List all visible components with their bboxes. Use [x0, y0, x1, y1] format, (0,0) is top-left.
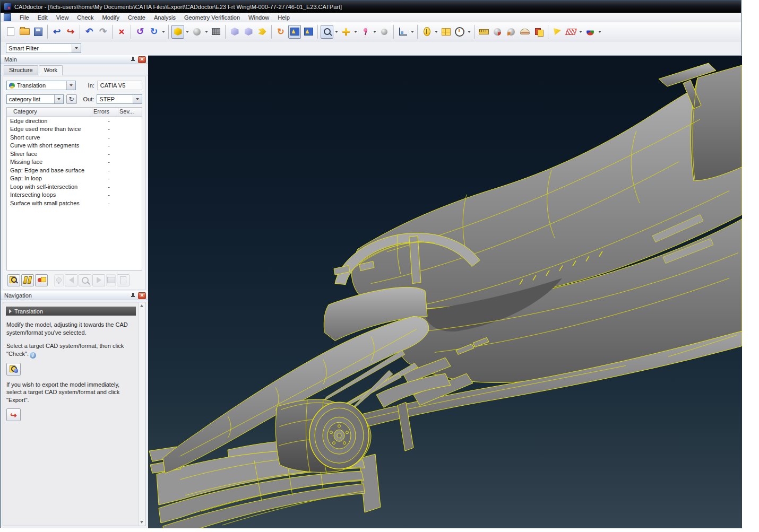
undo-button[interactable]: ↶: [83, 25, 96, 39]
solid-cube-alt-button[interactable]: [242, 25, 255, 39]
move-compass-button[interactable]: [340, 25, 352, 39]
main-panel-header[interactable]: Main ✕: [1, 55, 148, 64]
mesh-view-button[interactable]: [210, 25, 222, 39]
timer-button[interactable]: [453, 25, 466, 39]
menu-file[interactable]: File: [15, 13, 33, 22]
out-format-combo[interactable]: STEP: [97, 94, 142, 104]
navigation-panel-close-button[interactable]: ✕: [138, 292, 146, 299]
sphere-section-red-button[interactable]: [491, 25, 504, 39]
dropdown-arrow-icon[interactable]: [468, 31, 471, 33]
save-button[interactable]: [32, 25, 45, 39]
dropdown-arrow-icon[interactable]: [186, 31, 189, 33]
entity-info-button[interactable]: [420, 25, 433, 39]
select-entity-alt-button[interactable]: [302, 25, 315, 39]
previous-error-button[interactable]: [65, 274, 77, 286]
import-button[interactable]: ↩: [50, 25, 63, 39]
dome-tool-button[interactable]: [519, 25, 531, 39]
wireframe-sphere-button[interactable]: [191, 25, 203, 39]
shaded-view-button[interactable]: [171, 25, 184, 39]
sphere-tool-button[interactable]: [378, 25, 391, 39]
rotate-ccw-button[interactable]: ↺: [134, 25, 146, 39]
dropdown-arrow-icon[interactable]: [579, 31, 582, 33]
mode-combo[interactable]: Translation: [6, 81, 76, 90]
table-row[interactable]: Sliver face-: [7, 150, 142, 158]
table-row[interactable]: Intersecting loops-: [7, 191, 142, 199]
refresh-button[interactable]: ↻: [66, 94, 77, 104]
table-row[interactable]: Edge used more than twice-: [7, 125, 142, 134]
menu-edit[interactable]: Edit: [33, 13, 52, 22]
dropdown-arrow-icon[interactable]: [205, 31, 208, 33]
snapshot-button[interactable]: [106, 274, 116, 286]
sync-model-button[interactable]: ↻: [274, 25, 287, 39]
category-combo[interactable]: category list: [6, 94, 64, 104]
tab-work[interactable]: Work: [39, 65, 63, 75]
navigation-export-button[interactable]: ↪: [6, 408, 21, 421]
heal-faces-button[interactable]: [35, 274, 48, 286]
sphere-section-orange-button[interactable]: [505, 25, 518, 39]
smart-filter-dropdown-button[interactable]: [72, 44, 81, 53]
navigation-scrollbar[interactable]: [138, 302, 145, 526]
select-entity-button[interactable]: [288, 25, 301, 39]
category-table-header[interactable]: Category Errors Sev...: [7, 108, 142, 117]
table-row[interactable]: Curve with short segments-: [7, 142, 142, 150]
menu-window[interactable]: Window: [244, 13, 273, 22]
dropdown-arrow-icon[interactable]: [411, 31, 414, 33]
dropdown-arrow-icon[interactable]: [373, 31, 376, 33]
next-error-button[interactable]: [92, 274, 105, 286]
table-row[interactable]: Gap: In loop-: [7, 175, 142, 183]
menu-modify[interactable]: Modify: [98, 13, 124, 22]
table-row[interactable]: Edge direction-: [7, 117, 142, 125]
menu-view[interactable]: View: [52, 13, 73, 22]
pin-marker-button[interactable]: [359, 25, 372, 39]
dropdown-arrow-icon[interactable]: [335, 31, 338, 33]
compare-pages-button[interactable]: [532, 25, 545, 39]
menu-check[interactable]: Check: [73, 13, 98, 22]
smart-filter-combo[interactable]: Smart Filter: [6, 43, 81, 53]
hatched-plane-button[interactable]: [565, 25, 577, 39]
measure-ruler-button[interactable]: [477, 25, 490, 39]
hint-button[interactable]: [54, 274, 64, 286]
mode-combo-dropdown[interactable]: [66, 81, 75, 90]
table-row[interactable]: Gap: Edge and base surface-: [7, 166, 142, 175]
table-row[interactable]: Surface with small patches-: [7, 199, 142, 207]
axis-system-button[interactable]: [396, 25, 409, 39]
3d-viewport[interactable]: [148, 55, 742, 528]
scroll-down-button[interactable]: [139, 519, 145, 526]
scroll-up-button[interactable]: [139, 302, 145, 309]
delete-button[interactable]: ×: [115, 25, 128, 39]
menu-geometry-verification[interactable]: Geometry Verification: [180, 13, 244, 22]
rgb-shell-button[interactable]: [584, 25, 597, 39]
table-row[interactable]: Short curve-: [7, 133, 142, 142]
table-row[interactable]: Missing face-: [7, 158, 142, 167]
menu-analysis[interactable]: Analysis: [150, 13, 180, 22]
dropdown-arrow-icon[interactable]: [598, 31, 601, 33]
dropdown-arrow-icon[interactable]: [354, 31, 357, 33]
compare-button[interactable]: [21, 274, 34, 286]
navigation-check-button[interactable]: [6, 363, 21, 376]
category-combo-dropdown[interactable]: [54, 95, 63, 103]
open-button[interactable]: [18, 25, 31, 39]
column-severity[interactable]: Sev...: [118, 108, 142, 116]
menu-create[interactable]: Create: [124, 13, 150, 22]
column-errors[interactable]: Errors: [92, 108, 118, 116]
menu-help[interactable]: Help: [273, 13, 294, 22]
rotate-cw-button[interactable]: ↻: [148, 25, 160, 39]
navigation-panel-header[interactable]: Navigation ✕: [1, 291, 148, 300]
zoom-box-button[interactable]: [321, 25, 333, 39]
check-button[interactable]: [7, 274, 20, 286]
report-button[interactable]: [117, 274, 130, 286]
f1-car-model[interactable]: [148, 56, 742, 528]
flag-tool-button[interactable]: [551, 25, 564, 39]
info-icon[interactable]: i: [30, 352, 36, 359]
tab-structure[interactable]: Structure: [4, 65, 38, 75]
dropdown-arrow-icon[interactable]: [435, 31, 438, 33]
main-panel-close-button[interactable]: ✕: [138, 56, 146, 63]
grid-table-button[interactable]: [439, 25, 452, 39]
export-button[interactable]: ↪: [64, 25, 77, 39]
direction-arrow-button[interactable]: [256, 25, 269, 39]
dropdown-arrow-icon[interactable]: [162, 31, 165, 33]
column-category[interactable]: Category: [7, 108, 92, 116]
category-table[interactable]: Category Errors Sev... Edge direction- E…: [6, 107, 142, 271]
front-tire[interactable]: [275, 399, 371, 473]
title-bar[interactable]: CADdoctor - [\\cfs-users\home\My Documen…: [1, 1, 741, 13]
